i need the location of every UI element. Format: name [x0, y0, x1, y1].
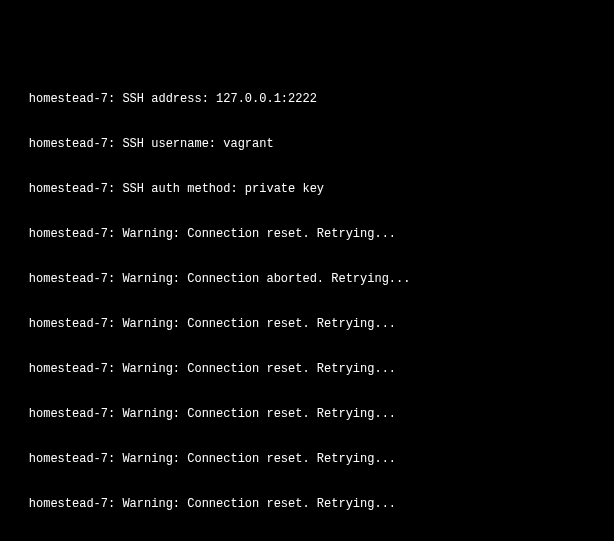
output-line: homestead-7: Warning: Connection reset. …	[0, 227, 614, 242]
output-line: homestead-7: Warning: Connection reset. …	[0, 452, 614, 467]
output-line: homestead-7: Warning: Connection reset. …	[0, 362, 614, 377]
output-line: homestead-7: SSH username: vagrant	[0, 137, 614, 152]
output-line: homestead-7: SSH auth method: private ke…	[0, 182, 614, 197]
output-line: homestead-7: Warning: Connection reset. …	[0, 317, 614, 332]
output-line: homestead-7: Warning: Connection aborted…	[0, 272, 614, 287]
terminal[interactable]: homestead-7: SSH address: 127.0.0.1:2222…	[0, 60, 614, 541]
output-line: homestead-7: Warning: Connection reset. …	[0, 497, 614, 512]
output-line: homestead-7: Warning: Connection reset. …	[0, 407, 614, 422]
output-line: homestead-7: SSH address: 127.0.0.1:2222	[0, 92, 614, 107]
